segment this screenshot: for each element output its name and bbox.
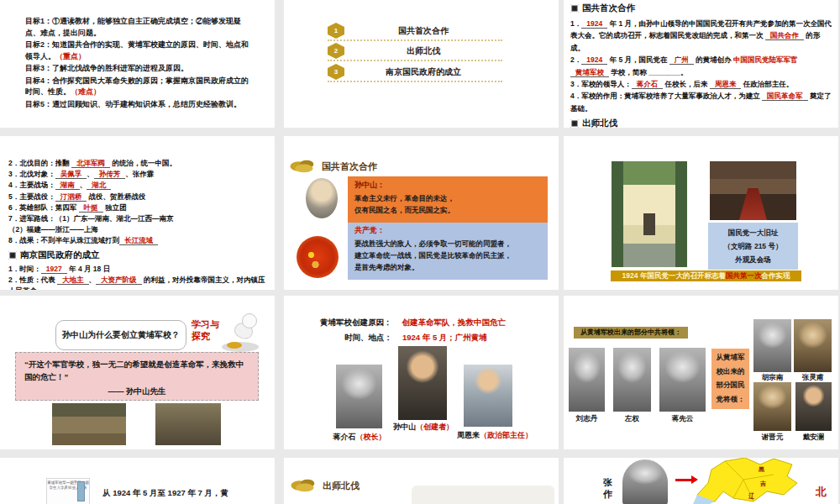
photo-site-exterior — [612, 161, 687, 267]
note-line: 2．性质：代表 大地主、大资产阶级 的利益，对外投靠帝国主义，对内镇压人民革命。 — [8, 275, 267, 290]
agenda-item-1[interactable]: 1 国共首次合作 — [328, 22, 502, 41]
photo-xie-jinyuan — [753, 382, 791, 431]
agenda-num: 3 — [334, 68, 338, 76]
note-section-title: 出师北伐 — [570, 116, 832, 128]
ccp-label: 共产党： — [354, 225, 541, 236]
stamp-icon — [8, 251, 17, 260]
sun-line: 仅有民国之名，而无民国之实。 — [354, 204, 541, 216]
note-line: 1．1924 年 1 月，由孙中山领导的中国国民党召开有共产党参加的第一次全国代… — [570, 18, 832, 54]
warlord-name-label: 张作 — [603, 476, 614, 501]
photo-caption: 周恩来（政治部主任） — [440, 430, 549, 441]
gold-leaf-icon — [290, 478, 318, 493]
slide-notes-cooperation[interactable]: 国共首次合作 1．1924 年 1 月，由孙中山领导的中国国民党召开有共产党参加… — [564, 0, 838, 128]
inquiry-question: 孙中山为什么要创立黄埔军校？ — [62, 329, 180, 341]
slide-learning-goals[interactable]: 目标1：①通读教材，能够独立自主正确完成填空；②能够发现疑点、难点，提出问题。 … — [0, 0, 275, 128]
quote-attribution: —— 孙中山先生 — [24, 385, 249, 397]
agenda-item-label: 南京国民政府的成立 — [344, 66, 502, 78]
section-title: 国共首次合作 — [322, 160, 377, 173]
inquiry-question-box: 孙中山为什么要创立黄埔军校？ — [55, 320, 186, 350]
ccp-line: 建立革命统一战线，国民党是比较革命的民主派， — [354, 249, 541, 261]
photo-zhang-lingfu — [794, 319, 832, 372]
site-caption-box: 国民党一大旧址 （文明路 215 号） 外观及会场 — [708, 223, 798, 270]
goal-line: 目标2：知道国共合作的实现、黄埔军校建立的原因、时间、地点和领导人。（重点） — [25, 39, 255, 62]
thinker-clipart-icon — [220, 313, 260, 352]
section-title: 出师北伐 — [323, 480, 360, 492]
inquiry-tag-line: 学习与 — [192, 319, 219, 331]
enrollment-chart-thumbnail: 黄埔军校第一期至第六期 学生入学及毕业人数表 — [46, 478, 90, 504]
agenda-item-2[interactable]: 2 出师北伐 — [328, 42, 502, 61]
site-caption-line: （文明路 215 号） — [708, 239, 798, 253]
photo-caption: 左权 — [613, 414, 651, 424]
founding-time-line: 时间、地点：1924 年 5 月；广州黄埔 — [344, 333, 487, 344]
slide-agenda[interactable]: 1 国共首次合作 2 出师北伐 3 南京国民政府的成立 — [284, 0, 559, 128]
note-title-text: 南京国民政府的成立 — [20, 248, 100, 261]
note-line: 4．主要战场：湖南、湖北 — [8, 180, 267, 191]
slide-congress-site[interactable]: 国民党一大旧址 （文明路 215 号） 外观及会场 1924 年国民党一大的召开… — [564, 136, 838, 290]
sun-quote-box: “开这个军官学校，独一无二的希望就是创造革命军，来挽救中国的危亡！” —— 孙中… — [15, 352, 259, 401]
slide-enrollment-stats[interactable]: 黄埔军校第一期至第六期 学生入学及毕业人数表 从 1924 年 5 月至 192… — [0, 458, 275, 504]
agenda-item-label: 出师北伐 — [344, 45, 502, 57]
photo-caption: 蒋介石（校长） — [312, 432, 407, 443]
photo-caption: 戴安澜 — [795, 433, 832, 443]
note-line: 3．北伐对象：吴佩孚、孙传芳、张作霖 — [8, 169, 267, 180]
compass-north-label: 北 — [816, 485, 827, 500]
chart-bar — [77, 481, 85, 501]
note-line: 6．英雄部队：第四军 叶挺 独立团 — [8, 202, 267, 213]
photo-dai-anlan — [795, 382, 832, 431]
slide-warlord-map[interactable]: 张作 黑 吉 辽 北 — [564, 458, 838, 504]
slide-academy-founding[interactable]: 黄埔军校创建原因：创建革命军队，挽救中国危亡 时间、地点：1924 年 5 月；… — [284, 296, 559, 449]
note-line: 4．军校的作用：黄埔军校培养了大量军事政治人才，为建立 国民革命军 奠定了基础。 — [570, 90, 832, 114]
photo-jiang-jieshi — [336, 365, 382, 428]
site-caption-line: 外观及会场 — [708, 253, 798, 266]
photo-zuo-quan — [613, 348, 651, 412]
goal-line: 目标3：了解北伐战争的胜利进军的进程及原因。 — [25, 63, 255, 75]
province-label: 黑 — [759, 466, 764, 473]
photo-hu-zongnan — [753, 319, 791, 372]
stats-text: 从 1924 年 5 月至 1927 年 7 月，黄 — [102, 488, 228, 499]
notes-block: 2．北伐目的：推翻 北洋军阀 的统治，统一中国。 3．北伐对象：吴佩孚、孙传芳、… — [8, 158, 267, 290]
gold-leaf-icon — [289, 159, 318, 174]
notes-block: 国共首次合作 1．1924 年 1 月，由孙中山领导的中国国民党召开有共产党参加… — [570, 0, 832, 128]
photo-zhou-enlai — [464, 365, 512, 427]
photo-caption: 谢晋元 — [753, 433, 791, 443]
agenda-num: 2 — [334, 47, 338, 55]
note-line: 3．军校的领导人：蒋介石 任校长，后来 周恩来 任政治部主任。 — [570, 78, 832, 90]
hall-carpet — [739, 188, 767, 221]
section-header: 出师北伐 — [290, 478, 360, 493]
ccp-generals-banner: 从黄埔军校出来的部分中共将领： — [574, 327, 688, 339]
slide-academy-generals[interactable]: 从黄埔军校出来的部分中共将领： 刘志丹 左权 蒋先云 从黄埔军 校出来的 部分国… — [564, 296, 838, 449]
hex-number-badge: 3 — [328, 64, 344, 80]
slide-expedition-header[interactable]: 出师北伐 — [284, 458, 559, 504]
photo-academy-group — [155, 403, 221, 445]
note-line: 1．时间：1927 年 4 月 18 日 — [8, 264, 267, 275]
founding-reason-line: 黄埔军校创建原因：创建革命军队，挽救中国危亡 — [320, 318, 506, 328]
note-line: 8．战果：不到半年从珠江流域打到长江流域 — [8, 235, 267, 246]
slide-inquiry[interactable]: 孙中山为什么要创立黄埔军校？ 学习与 探究 “开这个军官学校，独一无二的希望就是… — [0, 296, 275, 449]
learning-goals-text: 目标1：①通读教材，能够独立自主正确完成填空；②能够发现疑点、难点，提出问题。 … — [25, 16, 255, 111]
founding-time-label: 时间、地点： — [344, 333, 392, 342]
note-line: 7．进军路线：（1）广东—湖南、湖北—江西—南京 — [8, 213, 267, 224]
sun-statement-box: 孙中山： 革命主义未行，革命目的未达， 仅有民国之名，而无民国之实。 — [348, 176, 548, 223]
sun-quote: “开这个军官学校，独一无二的希望就是创造革命军，来挽救中国的危亡！” — [24, 358, 249, 383]
note-line: 2．北伐目的：推翻 北洋军阀 的统治，统一中国。 — [8, 158, 267, 169]
photo-caption: 蒋先云 — [659, 414, 706, 424]
map-northeast-china: 黑 吉 辽 — [693, 458, 811, 504]
photo-congress-hall — [710, 161, 796, 220]
note-line: （2）福建——浙江——上海 — [8, 224, 267, 235]
slide-notes-expedition[interactable]: 2．北伐目的：推翻 北洋军阀 的统治，统一中国。 3．北伐对象：吴佩孚、孙传芳、… — [0, 136, 275, 290]
province-label: 辽 — [748, 492, 755, 500]
inquiry-tag: 学习与 探究 — [192, 319, 219, 343]
agenda-item-3[interactable]: 3 南京国民政府的成立 — [328, 63, 502, 82]
founding-reason-answer: 创建革命军队，挽救中国危亡 — [402, 318, 507, 327]
goal-line: 目标1：①通读教材，能够独立自主正确完成填空；②能够发现疑点、难点，提出问题。 — [25, 16, 255, 39]
note-section-title: 南京国民政府的成立 — [8, 248, 267, 261]
red-arrow-icon — [675, 479, 692, 481]
goal-line: 目标4：合作探究国民大革命失败的原因；掌握南京国民政府成立的时间、性质。（难点） — [25, 76, 255, 98]
inquiry-tag-line: 探究 — [192, 331, 219, 343]
photo-liu-zhidan — [569, 348, 605, 412]
site-caption-line: 国民党一大旧址 — [708, 226, 798, 239]
stamp-icon — [570, 4, 579, 13]
faded-route-map — [412, 486, 554, 504]
photo-sun-yat-sen — [398, 346, 447, 420]
slide-cooperation-reasons[interactable]: 国共首次合作 孙中山： 革命主义未行，革命目的未达， 仅有民国之名，而无民国之实… — [284, 136, 559, 290]
